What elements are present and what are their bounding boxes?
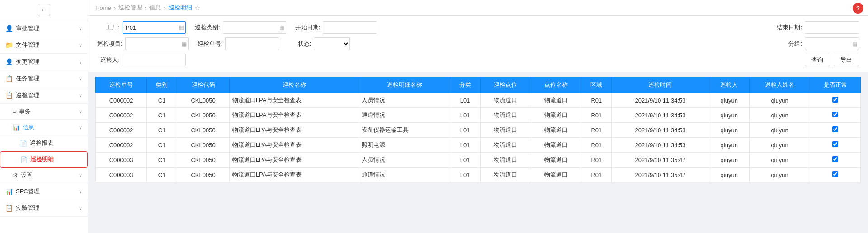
sidebar-label-spc: SPC管理: [16, 187, 40, 196]
status-select[interactable]: [314, 37, 350, 50]
breadcrumb-patrol[interactable]: 巡检管理: [118, 4, 142, 12]
sidebar-label-settings: 设置: [21, 171, 33, 179]
group-label: 分组:: [779, 40, 802, 48]
filter-row-3: 巡检人: 查询 导出: [97, 54, 859, 66]
col-name: 巡检名称: [229, 77, 359, 93]
col-point-name: 点位名称: [531, 77, 581, 93]
chevron-down-icon: ∨: [79, 59, 82, 65]
factory-field: 工厂: ▦: [97, 21, 186, 34]
star-icon[interactable]: ☆: [195, 5, 200, 11]
sidebar-label-patrol-report: 巡检报表: [30, 139, 53, 147]
chevron-down-icon: ∨: [79, 26, 82, 32]
sidebar-label-change: 变更管理: [16, 58, 39, 66]
col-detail: 巡检明细名称: [359, 77, 450, 93]
normal-checkbox[interactable]: [832, 156, 838, 162]
col-patrol-no: 巡检单号: [96, 77, 147, 93]
chevron-down-icon: ∨: [79, 189, 82, 195]
patrol-table: 巡检单号 类别 巡检代码 巡检名称 巡检明细名称 分类 巡检点位 点位名称 区域…: [95, 77, 861, 182]
patrol-item-input[interactable]: [125, 37, 189, 50]
task-icon: 📋: [5, 75, 13, 82]
query-button[interactable]: 查询: [805, 54, 830, 66]
inspector-label: 巡检人:: [97, 56, 120, 64]
patrol-type-input[interactable]: [223, 21, 286, 34]
table-row: C000002C1CKL0050物流道口LPA与安全检查表通道情况L01物流道口…: [96, 108, 861, 123]
sidebar-item-change[interactable]: 👤 变更管理 ∨: [0, 54, 88, 70]
sidebar-item-lab[interactable]: 📋 实验管理 ∨: [0, 200, 88, 217]
sidebar-item-patrol[interactable]: 📋 巡检管理 ∨: [0, 87, 88, 104]
patrol-icon: 📋: [5, 92, 13, 99]
chevron-down-icon: ∨: [79, 76, 82, 82]
col-area: 区域: [581, 77, 612, 93]
table-row: C000002C1CKL0050物流道口LPA与安全检查表人员情况L01物流道口…: [96, 93, 861, 108]
table-row: C000003C1CKL0050物流道口LPA与安全检查表通道情况L01物流道口…: [96, 168, 861, 182]
chevron-down-icon: ∨: [79, 42, 82, 48]
col-category: 分类: [450, 77, 480, 93]
sidebar-item-spc[interactable]: 📊 SPC管理 ∨: [0, 183, 88, 200]
breadcrumb: Home › 巡检管理 › 信息 › 巡检明细 ☆: [88, 0, 868, 16]
inspector-field: 巡检人:: [97, 54, 186, 66]
patrol-no-label: 巡检单号:: [198, 40, 223, 48]
sidebar-item-file[interactable]: 📁 文件管理 ∨: [0, 37, 88, 54]
sidebar-item-settings[interactable]: ⚙ 设置 ∨: [0, 168, 88, 183]
file-icon: 📁: [5, 42, 13, 49]
end-date-label: 结束日期:: [777, 23, 802, 32]
factory-input[interactable]: [123, 21, 186, 34]
patrol-item-field: 巡检项目: ▦: [97, 37, 189, 50]
report-icon: 📄: [20, 140, 27, 147]
sidebar-item-approval[interactable]: 👤 审批管理 ∨: [0, 20, 88, 37]
affairs-icon: ≡: [13, 108, 16, 115]
spc-icon: 📊: [5, 188, 13, 195]
col-inspector-name: 巡检人姓名: [749, 77, 810, 93]
help-icon[interactable]: ?: [853, 3, 863, 14]
breadcrumb-home[interactable]: Home: [95, 5, 111, 11]
patrol-item-label: 巡检项目:: [97, 40, 123, 48]
lab-icon: 📋: [5, 205, 13, 212]
col-code: 巡检代码: [177, 77, 230, 93]
filter-section: 工厂: ▦ 巡检类别: ▦ 开始日期: 结束日期:: [88, 16, 868, 72]
sidebar-item-patrol-detail[interactable]: 📄 巡检明细: [0, 151, 88, 168]
normal-checkbox[interactable]: [832, 126, 838, 132]
inspector-input[interactable]: [123, 54, 186, 66]
sidebar-label-patrol-detail: 巡检明细: [30, 155, 54, 163]
start-date-label: 开始日期:: [295, 23, 321, 32]
sidebar-item-affairs[interactable]: ≡ 事务 ∨: [0, 104, 88, 120]
patrol-type-label: 巡检类别:: [195, 23, 220, 32]
table-row: C000003C1CKL0050物流道口LPA与安全检查表人员情况L01物流道口…: [96, 153, 861, 168]
export-button[interactable]: 导出: [834, 54, 859, 66]
sidebar-header: ←: [0, 0, 88, 20]
breadcrumb-detail[interactable]: 巡检明细: [169, 4, 192, 12]
sidebar-label-file: 文件管理: [16, 41, 39, 49]
factory-label: 工厂:: [97, 23, 120, 32]
sidebar-item-task[interactable]: 📋 任务管理 ∨: [0, 70, 88, 87]
sidebar-label-patrol: 巡检管理: [16, 91, 39, 99]
patrol-no-input[interactable]: [225, 37, 279, 50]
chevron-down-icon: ∨: [79, 125, 82, 130]
sidebar-label-lab: 实验管理: [16, 204, 39, 212]
info-icon: 📊: [13, 124, 20, 131]
patrol-type-field: 巡检类别: ▦: [195, 21, 286, 34]
normal-checkbox[interactable]: [832, 171, 838, 177]
end-date-field: 结束日期:: [777, 21, 859, 34]
breadcrumb-info[interactable]: 信息: [149, 4, 161, 12]
sidebar-item-info[interactable]: 📊 信息 ∨: [0, 120, 88, 135]
sidebar-label-info: 信息: [23, 123, 34, 131]
normal-checkbox[interactable]: [832, 97, 838, 103]
chevron-down-icon: ∨: [79, 109, 82, 115]
end-date-input[interactable]: [805, 21, 859, 34]
group-field: 分组: ▦: [779, 37, 859, 50]
normal-checkbox[interactable]: [832, 141, 838, 147]
detail-icon: 📄: [20, 156, 28, 163]
start-date-field: 开始日期:: [295, 21, 377, 34]
back-button[interactable]: ←: [38, 4, 50, 16]
sidebar-label-affairs: 事务: [19, 107, 31, 116]
filter-row-2: 巡检项目: ▦ 巡检单号: 状态: 分组: ▦: [97, 37, 859, 50]
settings-icon: ⚙: [13, 172, 18, 179]
chevron-down-icon: ∨: [79, 205, 82, 211]
sidebar-item-patrol-report[interactable]: 📄 巡检报表: [0, 135, 88, 151]
group-input[interactable]: [805, 37, 859, 50]
sidebar-label-approval: 审批管理: [16, 24, 39, 33]
normal-checkbox[interactable]: [832, 112, 838, 117]
col-normal: 是否正常: [810, 77, 861, 93]
col-inspector: 巡检人: [709, 77, 749, 93]
start-date-input[interactable]: [323, 21, 377, 34]
